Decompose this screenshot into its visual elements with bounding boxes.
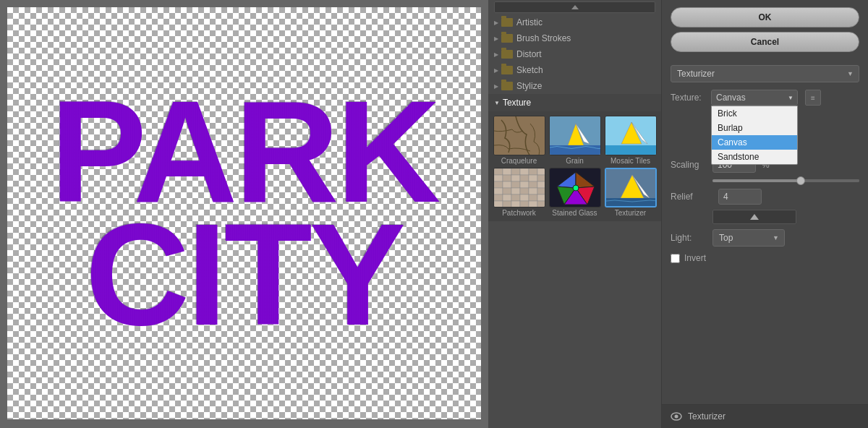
thumbnail-craquelure[interactable]: Craquelure xyxy=(493,116,545,165)
scroll-up-arrow xyxy=(571,5,579,9)
texture-dropdown-container: Canvas ▼ Brick Burlap Canvas Sandstone xyxy=(711,90,798,106)
folder-icon-brush xyxy=(501,34,513,43)
relief-input[interactable] xyxy=(718,189,762,205)
svg-rect-25 xyxy=(520,181,529,188)
arrow-icon-sketch: ▶ xyxy=(494,67,498,74)
thumbnail-texturizer[interactable]: Texturizer xyxy=(604,168,657,217)
folder-icon-stylize xyxy=(501,82,513,90)
svg-rect-32 xyxy=(529,188,537,194)
settings-list-icon[interactable]: ≡ xyxy=(805,90,821,106)
svg-rect-30 xyxy=(511,188,520,194)
thumbnail-img-texturizer xyxy=(605,168,657,207)
invert-row: Invert xyxy=(662,250,868,266)
texture-dropdown-list: Brick Burlap Canvas Sandstone xyxy=(711,106,798,165)
svg-rect-36 xyxy=(511,194,520,201)
svg-rect-34 xyxy=(494,194,503,201)
arrow-icon-artistic: ▶ xyxy=(494,20,498,26)
svg-rect-0 xyxy=(494,116,545,155)
btn-area: OK Cancel xyxy=(662,0,868,59)
texture-header[interactable]: ▼ Texture xyxy=(488,94,661,111)
svg-rect-41 xyxy=(503,201,511,207)
scaling-track xyxy=(712,179,859,182)
grain-svg xyxy=(550,116,601,155)
ok-button[interactable]: OK xyxy=(671,7,859,27)
filter-item-distort[interactable]: ▶ Distort xyxy=(488,46,661,62)
triangle-slider[interactable] xyxy=(712,210,796,224)
canvas-content: PARK CITY xyxy=(7,7,481,419)
svg-rect-40 xyxy=(494,201,503,207)
scaling-label: Scaling xyxy=(671,160,707,170)
filter-item-artistic[interactable]: ▶ Artistic xyxy=(488,14,661,30)
thumbnail-stained-glass[interactable]: Stained Glass xyxy=(548,168,601,217)
park-city-container: PARK CITY xyxy=(7,7,481,419)
thumbnail-label-texturizer: Texturizer xyxy=(615,209,646,217)
scroll-up-indicator[interactable] xyxy=(494,1,655,13)
svg-rect-38 xyxy=(529,194,537,201)
triangle-slider-row xyxy=(704,208,805,226)
svg-rect-15 xyxy=(537,168,545,175)
svg-rect-31 xyxy=(520,188,529,194)
arrow-icon-texture: ▼ xyxy=(494,100,500,106)
list-icon-symbol: ≡ xyxy=(811,94,815,102)
cancel-button[interactable]: Cancel xyxy=(671,32,859,52)
svg-rect-12 xyxy=(511,168,520,175)
light-select[interactable]: Top Top Left Top Right Bottom xyxy=(712,229,785,247)
thumbnail-grain[interactable]: Grain xyxy=(548,116,601,165)
texture-dropdown-row: Texture: Canvas ▼ Brick Burlap Canvas Sa… xyxy=(662,85,868,110)
filter-item-sketch[interactable]: ▶ Sketch xyxy=(488,62,661,78)
filter-item-brush-strokes[interactable]: ▶ Brush Strokes xyxy=(488,30,661,46)
filter-label-distort: Distort xyxy=(516,49,542,59)
filter-label-sketch: Sketch xyxy=(516,65,543,75)
triangle-up-icon xyxy=(750,214,759,220)
scaling-slider[interactable] xyxy=(712,179,859,182)
thumbnail-img-patchwork xyxy=(493,168,545,207)
light-row: Light: Top Top Left Top Right Bottom xyxy=(662,226,868,250)
filter-select[interactable]: Texturizer xyxy=(671,65,859,82)
svg-rect-33 xyxy=(537,188,545,194)
arrow-icon-stylize: ▶ xyxy=(494,83,498,90)
svg-rect-4 xyxy=(550,145,601,155)
svg-rect-17 xyxy=(503,175,511,181)
thumbnail-label-stained-glass: Stained Glass xyxy=(552,209,597,217)
svg-rect-56 xyxy=(606,198,657,207)
invert-checkbox[interactable] xyxy=(671,254,680,263)
texture-option-canvas[interactable]: Canvas xyxy=(712,135,797,150)
thumbnail-mosaic-tiles[interactable]: Mosaic Tiles xyxy=(604,116,657,165)
svg-rect-14 xyxy=(529,168,537,175)
texture-selected-value: Canvas xyxy=(716,93,746,103)
texture-dropdown-trigger[interactable]: Canvas ▼ xyxy=(711,90,798,106)
light-label: Light: xyxy=(671,233,707,243)
svg-rect-26 xyxy=(529,181,537,188)
svg-rect-35 xyxy=(503,194,511,201)
texture-option-brick[interactable]: Brick xyxy=(712,106,797,121)
invert-label[interactable]: Invert xyxy=(684,253,706,263)
svg-rect-28 xyxy=(494,188,503,194)
thumbnail-img-mosaic xyxy=(605,116,657,155)
eye-icon[interactable] xyxy=(671,411,682,422)
thumbnail-patchwork[interactable]: Patchwork xyxy=(493,168,545,217)
texture-option-burlap[interactable]: Burlap xyxy=(712,121,797,135)
texturizer-svg xyxy=(606,169,657,207)
canvas-area: PARK CITY xyxy=(0,0,488,428)
svg-point-52 xyxy=(573,185,579,191)
settings-panel: OK Cancel Texturizer Texture: Canvas ▼ B… xyxy=(662,0,868,428)
svg-rect-21 xyxy=(537,175,545,181)
filter-label-brush-strokes: Brush Strokes xyxy=(516,33,571,43)
svg-rect-18 xyxy=(511,175,520,181)
filter-list: ▶ Artistic ▶ Brush Strokes ▶ Distort ▶ S… xyxy=(488,0,662,428)
svg-rect-19 xyxy=(520,175,529,181)
text-line2: CITY xyxy=(51,213,438,336)
light-select-wrapper: Top Top Left Top Right Bottom xyxy=(712,229,785,247)
texture-option-sandstone[interactable]: Sandstone xyxy=(712,150,797,164)
svg-rect-44 xyxy=(529,201,537,207)
filter-label-artistic: Artistic xyxy=(516,17,542,27)
scaling-slider-row xyxy=(662,176,868,185)
filter-label-stylize: Stylize xyxy=(516,81,542,91)
svg-rect-24 xyxy=(511,181,520,188)
texture-dropdown-arrow: ▼ xyxy=(788,95,793,101)
svg-rect-13 xyxy=(520,168,529,175)
filter-label-texture: Texture xyxy=(503,98,531,108)
filter-item-stylize[interactable]: ▶ Stylize xyxy=(488,78,661,94)
texture-section: ▼ Texture xyxy=(488,94,661,221)
svg-rect-10 xyxy=(494,168,503,175)
